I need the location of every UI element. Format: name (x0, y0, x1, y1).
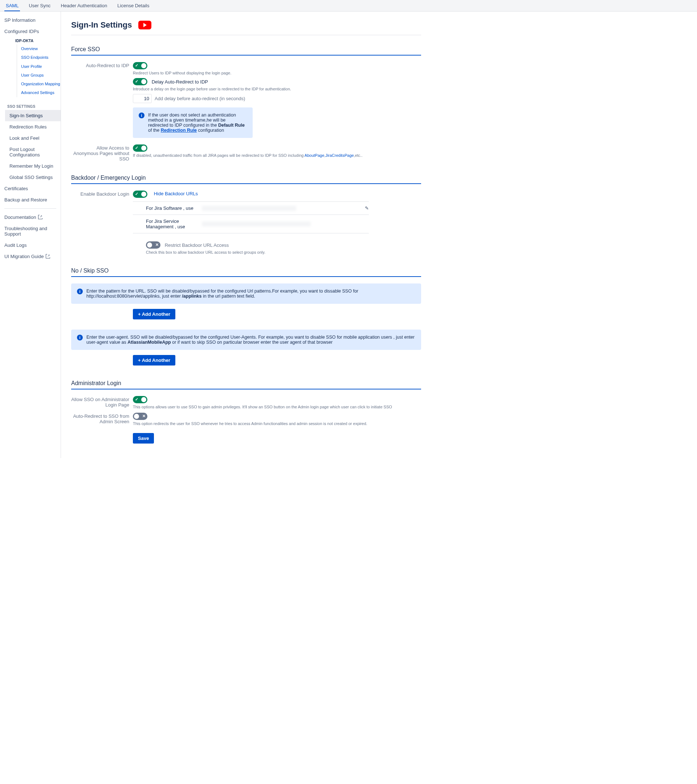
sidebar-divider (4, 208, 56, 209)
section-backdoor: Backdoor / Emergency Login (71, 164, 421, 184)
external-link-icon (46, 254, 50, 259)
sso-post-logout[interactable]: Post Logout Configurations (5, 144, 61, 160)
anon-access-toggle[interactable] (133, 145, 147, 152)
auto-redirect-label: Auto-Redirect to IDP (71, 62, 133, 138)
tab-saml[interactable]: SAML (4, 0, 20, 11)
tab-header-auth[interactable]: Header Authentication (59, 0, 109, 11)
idp-overview[interactable]: Overview (7, 44, 61, 53)
allow-sso-admin-toggle[interactable] (133, 396, 147, 403)
idp-user-profile[interactable]: User Profile (7, 62, 61, 71)
sidebar-audit-logs[interactable]: Audit Logs (0, 240, 61, 251)
youtube-play-icon[interactable] (138, 21, 152, 30)
main-content: Sign-In Settings Force SSO Auto-Redirect… (61, 12, 431, 458)
idp-okta-header[interactable]: IDP-OKTA (7, 38, 61, 44)
about-page-link[interactable]: AboutPage (305, 153, 324, 158)
sidebar-certificates[interactable]: Certificates (0, 183, 61, 194)
restrict-backdoor-help: Check this box to allow backdoor URL acc… (146, 250, 421, 254)
redacted-url (202, 206, 296, 211)
redirection-rule-link[interactable]: Redirection Rule (161, 128, 197, 133)
idp-user-groups[interactable]: User Groups (7, 71, 61, 79)
idp-tree: IDP-OKTA Overview SSO Endpoints User Pro… (0, 37, 61, 99)
sidebar: SP Information Configured IDPs IDP-OKTA … (0, 12, 61, 458)
auto-redirect-admin-toggle[interactable] (133, 413, 147, 420)
idp-sso-endpoints[interactable]: SSO Endpoints (7, 53, 61, 62)
redacted-url (202, 221, 311, 226)
idp-org-mapping[interactable]: Organization Mapping (7, 79, 61, 88)
info-text: configuration (197, 128, 224, 133)
external-link-icon (38, 215, 43, 219)
sso-redirection-rules[interactable]: Redirection Rules (5, 121, 61, 132)
info-icon: i (77, 334, 83, 341)
sidebar-backup-restore[interactable]: Backup and Restore (0, 194, 61, 206)
user-agent-info: i Enter the user-agent. SSO will be disa… (71, 329, 421, 350)
restrict-backdoor-toggle[interactable] (146, 241, 160, 249)
add-user-agent-button[interactable]: + Add Another (133, 355, 175, 366)
section-no-skip-sso: No / Skip SSO (71, 257, 421, 277)
info-icon: i (139, 112, 145, 118)
idp-advanced-settings[interactable]: Advanced Settings (7, 88, 61, 97)
sidebar-documentation[interactable]: Documentation (0, 212, 61, 223)
tab-user-sync[interactable]: User Sync (27, 0, 52, 11)
sidebar-sp-information[interactable]: SP Information (0, 15, 61, 26)
auto-redirect-toggle[interactable] (133, 62, 147, 69)
auto-redirect-help: Redirect Users to IDP without displaying… (133, 71, 421, 75)
sidebar-configured-idps[interactable]: Configured IDPs (0, 26, 61, 37)
auto-redirect-admin-label: Auto-Redirect to SSO from Admin Screen (71, 413, 133, 426)
info-icon: i (77, 288, 83, 294)
sso-remember-login[interactable]: Remember My Login (5, 160, 61, 172)
anon-access-label: Allow Access to Anonymous Pages without … (71, 145, 133, 161)
enable-backdoor-label: Enable Backdoor Login (71, 191, 133, 254)
save-button[interactable]: Save (133, 433, 154, 443)
default-rule-info: i If the user does not select an authent… (133, 107, 253, 138)
section-force-sso: Force SSO (71, 35, 421, 56)
restrict-backdoor-label: Restrict Backdoor URL Access (165, 242, 229, 248)
sidebar-ui-migration-label: UI Migration Guide (4, 254, 44, 259)
info-text: of the (148, 128, 161, 133)
url-pattern-info: i Enter the pattern for the URL. SSO wil… (71, 283, 421, 304)
backdoor-url-table: For Jira Software , use ✎ For Jira Servi… (133, 201, 369, 233)
auto-redirect-admin-help: This option redirects the user for SSO w… (133, 422, 421, 426)
table-row: For Jira Service Management , use (133, 214, 369, 233)
jira-sm-url-label: For Jira Service Management , use (133, 219, 202, 229)
jira-credits-link[interactable]: JiraCreditsPage (325, 153, 354, 158)
table-row: For Jira Software , use ✎ (133, 201, 369, 214)
tab-license[interactable]: License Details (116, 0, 151, 11)
anon-access-help: If disabled, unauthenticated traffic fro… (133, 153, 421, 158)
info-bold: /applinks (182, 294, 201, 299)
edit-url-button[interactable]: ✎ (358, 206, 369, 211)
sso-sign-in-settings[interactable]: Sign-In Settings (5, 110, 61, 121)
delay-auto-redirect-label: Delay Auto-Redirect to IDP (152, 79, 208, 84)
info-text: in the url pattern text field. (202, 294, 255, 299)
delay-placeholder-text: Add delay before auto-redirect (in secon… (155, 96, 245, 101)
add-url-pattern-button[interactable]: + Add Another (133, 309, 175, 320)
delay-help: Introduce a delay on the login page befo… (133, 87, 421, 91)
delay-auto-redirect-toggle[interactable] (133, 78, 147, 85)
enable-backdoor-toggle[interactable] (133, 191, 147, 198)
sso-settings-header: SSO SETTINGS (0, 99, 61, 110)
info-bold-default-rule: Default Rule (218, 123, 245, 128)
page-title: Sign-In Settings (71, 20, 132, 30)
allow-sso-admin-help: This options allows user to use SSO to g… (133, 405, 421, 409)
sso-look-and-feel[interactable]: Look and Feel (5, 132, 61, 144)
allow-sso-admin-label: Allow SSO on Administrator Login Page (71, 396, 133, 409)
delay-seconds-input[interactable] (133, 94, 152, 103)
sso-global-settings[interactable]: Global SSO Settings (5, 172, 61, 183)
section-admin-login: Administrator Login (71, 369, 421, 389)
sidebar-ui-migration[interactable]: UI Migration Guide (0, 251, 61, 262)
sidebar-troubleshooting[interactable]: Troubleshooting and Support (0, 223, 61, 240)
sidebar-documentation-label: Documentation (4, 214, 36, 220)
hide-backdoor-urls-link[interactable]: Hide Backdoor URLs (154, 191, 198, 196)
top-tabs: SAML User Sync Header Authentication Lic… (0, 0, 697, 12)
info-bold: AtlassianMobileApp (127, 340, 171, 345)
jira-software-url-label: For Jira Software , use (133, 206, 202, 211)
info-text: or if want to skip SSO on particular bro… (171, 340, 333, 345)
